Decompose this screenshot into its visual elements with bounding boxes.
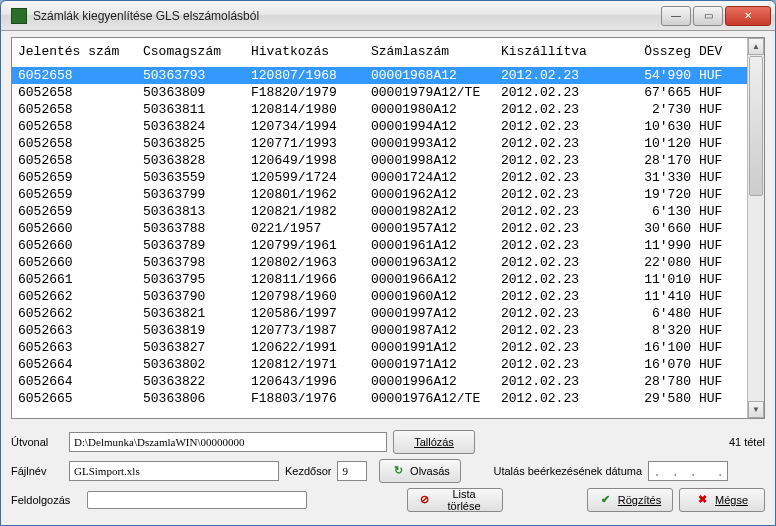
table-row[interactable]: 605265950363799120801/196200001962A12201… (12, 186, 747, 203)
count-label: 41 tétel (729, 436, 765, 448)
table-row[interactable]: 605266050363789120799/196100001961A12201… (12, 237, 747, 254)
col-hivatkozas[interactable]: Hivatkozás (251, 44, 371, 59)
app-window: Számlák kiegyenlítése GLS elszámolásból … (0, 0, 776, 526)
form-panel: Útvonal Tallózás 41 tétel Fájlnév Kezdős… (11, 425, 765, 517)
col-jelentes[interactable]: Jelentés szám (18, 44, 143, 59)
forbidden-icon: ⊘ (418, 493, 431, 507)
rogzites-button[interactable]: ✔ Rögzítés (587, 488, 673, 512)
table-row[interactable]: 605266150363795120811/196600001966A12201… (12, 271, 747, 288)
col-csomag[interactable]: Csomagszám (143, 44, 251, 59)
table-row[interactable]: 605265850363824120734/199400001994A12201… (12, 118, 747, 135)
table-row[interactable]: 605265850363811120814/198000001980A12201… (12, 101, 747, 118)
close-button[interactable]: ✕ (725, 6, 771, 26)
table-row[interactable]: 605266350363819120773/198700001987A12201… (12, 322, 747, 339)
utvonal-label: Útvonal (11, 436, 63, 448)
titlebar[interactable]: Számlák kiegyenlítése GLS elszámolásból … (1, 1, 775, 31)
data-grid[interactable]: Jelentés szám Csomagszám Hivatkozás Szám… (11, 37, 765, 419)
col-kiszallitva[interactable]: Kiszállítva (501, 44, 621, 59)
megse-button[interactable]: ✖ Mégse (679, 488, 765, 512)
table-row[interactable]: 605265850363825120771/199300001993A12201… (12, 135, 747, 152)
content-area: Jelentés szám Csomagszám Hivatkozás Szám… (1, 31, 775, 525)
maximize-button[interactable]: ▭ (693, 6, 723, 26)
col-osszeg[interactable]: Összeg (621, 44, 691, 59)
col-szamla[interactable]: Számlaszám (371, 44, 501, 59)
feldolgozas-label: Feldolgozás (11, 494, 81, 506)
table-row[interactable]: 605265950363559120599/172400001724A12201… (12, 169, 747, 186)
table-row[interactable]: 605265950363813120821/198200001982A12201… (12, 203, 747, 220)
olvasas-button[interactable]: ↻ Olvasás (379, 459, 461, 483)
kezdosor-input[interactable] (337, 461, 367, 481)
table-row[interactable]: 605265850363828120649/199800001998A12201… (12, 152, 747, 169)
fajlnev-label: Fájlnév (11, 465, 63, 477)
app-icon (11, 8, 27, 24)
progress-bar (87, 491, 307, 509)
utalas-date-input[interactable] (648, 461, 728, 481)
fajlnev-input[interactable] (69, 461, 279, 481)
table-row[interactable]: 605266050363798120802/196300001963A12201… (12, 254, 747, 271)
minimize-button[interactable]: — (661, 6, 691, 26)
scroll-track[interactable] (748, 197, 764, 401)
utalas-label: Utalás beérkezésének dátuma (493, 465, 642, 477)
x-icon: ✖ (696, 493, 710, 507)
table-row[interactable]: 605266450363802120812/197100001971A12201… (12, 356, 747, 373)
scroll-thumb[interactable] (749, 56, 763, 196)
grid-body: 605265850363793120807/196800001968A12201… (12, 67, 747, 407)
grid-header: Jelentés szám Csomagszám Hivatkozás Szám… (12, 38, 747, 67)
table-row[interactable]: 605266350363827120622/199100001991A12201… (12, 339, 747, 356)
col-dev[interactable]: DEV (691, 44, 731, 59)
kezdosor-label: Kezdősor (285, 465, 331, 477)
tallozas-button[interactable]: Tallózás (393, 430, 475, 454)
scroll-down-icon[interactable]: ▼ (748, 401, 764, 418)
vertical-scrollbar[interactable]: ▲ ▼ (747, 38, 764, 418)
refresh-icon: ↻ (391, 464, 405, 478)
table-row[interactable]: 605266550363806F18803/197600001976A12/TE… (12, 390, 747, 407)
table-row[interactable]: 605266450363822120643/199600001996A12201… (12, 373, 747, 390)
table-row[interactable]: 605265850363809F18820/197900001979A12/TE… (12, 84, 747, 101)
lista-torlese-button[interactable]: ⊘ Lista törlése (407, 488, 503, 512)
table-row[interactable]: 6052660503637880221/195700001957A122012.… (12, 220, 747, 237)
utvonal-input[interactable] (69, 432, 387, 452)
table-row[interactable]: 605265850363793120807/196800001968A12201… (12, 67, 747, 84)
table-row[interactable]: 605266250363790120798/196000001960A12201… (12, 288, 747, 305)
scroll-up-icon[interactable]: ▲ (748, 38, 764, 55)
check-icon: ✔ (599, 493, 613, 507)
table-row[interactable]: 605266250363821120586/199700001997A12201… (12, 305, 747, 322)
window-title: Számlák kiegyenlítése GLS elszámolásból (33, 9, 661, 23)
